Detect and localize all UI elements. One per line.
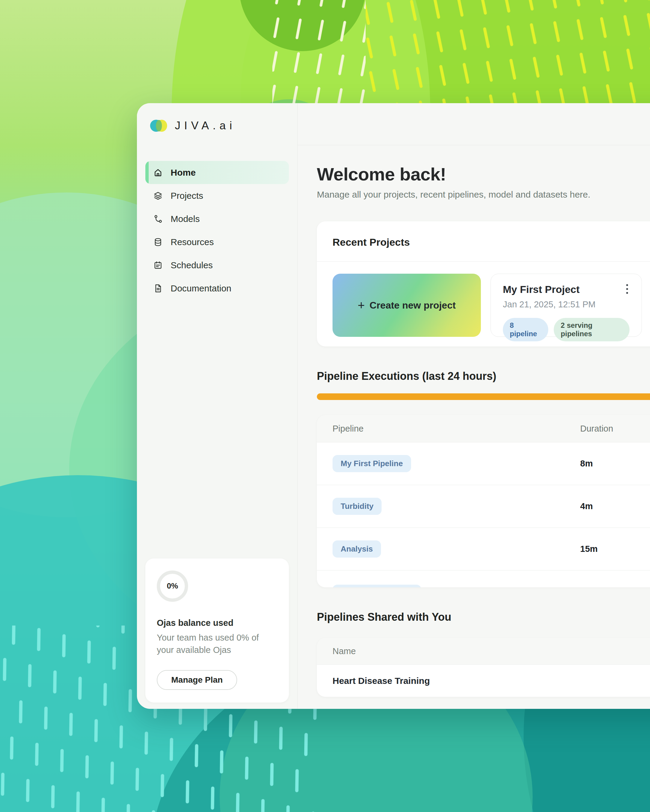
pipelines-shared-title: Pipelines Shared with You	[317, 611, 650, 623]
logo-icon	[150, 117, 168, 134]
home-icon	[153, 168, 163, 177]
create-new-project-label: Create new project	[370, 300, 456, 311]
logo[interactable]: JIVA.ai	[145, 116, 289, 135]
column-header-name: Name	[332, 646, 356, 656]
table-header-row: Name	[317, 638, 650, 664]
usage-percent: 0%	[167, 582, 178, 591]
sidebar-item-label: Models	[171, 214, 200, 224]
table-row: My First Pipeline 8m	[317, 442, 650, 485]
project-card[interactable]: My First Project Jan 21, 2025, 12:51 PM …	[491, 274, 642, 337]
manage-plan-button[interactable]: Manage Plan	[157, 670, 237, 690]
pipeline-executions-title: Pipeline Executions (last 24 hours)	[317, 370, 650, 383]
table-row-partial	[317, 570, 650, 588]
sidebar-item-projects[interactable]: Projects	[145, 184, 289, 207]
main-area: Welcome back! Manage all your projects, …	[298, 103, 650, 709]
pipelines-shared-table: Name Heart Disease Training	[317, 638, 650, 697]
table-row: Turbidity 4m	[317, 485, 650, 528]
recent-projects-title: Recent Projects	[317, 221, 650, 262]
pipeline-link-partial[interactable]	[332, 585, 421, 588]
logo-text: JIVA.ai	[175, 119, 236, 132]
orange-accent-bar	[317, 393, 650, 400]
table-row[interactable]: Heart Disease Training	[317, 664, 650, 697]
sidebar-item-models[interactable]: Models	[145, 207, 289, 230]
database-icon	[153, 237, 163, 247]
duration-value: 8m	[580, 459, 650, 469]
page-subtitle: Manage all your projects, recent pipelin…	[317, 189, 650, 200]
sidebar-item-label: Resources	[171, 237, 214, 247]
table-header-row: Pipeline Duration	[317, 415, 650, 442]
merge-icon	[153, 214, 163, 224]
usage-description: Your team has used 0% of your available …	[157, 632, 277, 656]
column-header-duration: Duration	[580, 424, 650, 433]
main-content: Welcome back! Manage all your projects, …	[298, 145, 650, 697]
page-title: Welcome back!	[317, 164, 650, 185]
sidebar-item-resources[interactable]: Resources	[145, 230, 289, 253]
recent-projects-card: Recent Projects + Create new project My …	[317, 221, 650, 346]
table-row: Analysis 15m	[317, 528, 650, 570]
column-header-pipeline: Pipeline	[332, 424, 580, 433]
sidebar: JIVA.ai Home Projects Models	[137, 103, 298, 709]
main-topbar	[298, 103, 650, 145]
sidebar-item-documentation[interactable]: Documentation	[145, 277, 289, 300]
project-date: Jan 21, 2025, 12:51 PM	[503, 299, 630, 310]
sidebar-item-home[interactable]: Home	[145, 161, 289, 184]
recent-projects-body: + Create new project My First Project Ja…	[317, 262, 650, 346]
plus-icon: +	[358, 299, 365, 312]
sidebar-nav: Home Projects Models Resources	[145, 161, 289, 300]
create-new-project-button[interactable]: + Create new project	[332, 274, 481, 337]
sidebar-item-label: Home	[171, 168, 196, 178]
pipeline-link[interactable]: My First Pipeline	[332, 455, 411, 472]
duration-value: 4m	[580, 501, 650, 511]
project-menu-button[interactable]	[621, 281, 634, 298]
project-badges: 8 pipeline 2 serving pipelines	[503, 318, 630, 341]
document-icon	[153, 284, 163, 293]
ojas-usage-card: 0% Ojas balance used Your team has used …	[145, 559, 289, 702]
serving-pipelines-badge: 2 serving pipelines	[554, 318, 630, 341]
pipeline-link[interactable]: Turbidity	[332, 498, 382, 515]
calendar-icon	[153, 261, 163, 270]
sidebar-item-label: Documentation	[171, 283, 231, 293]
layers-icon	[153, 191, 163, 201]
duration-value: 15m	[580, 544, 650, 554]
sidebar-item-schedules[interactable]: Schedules	[145, 253, 289, 277]
app-window: JIVA.ai Home Projects Models	[137, 103, 650, 709]
usage-title: Ojas balance used	[157, 618, 277, 628]
sidebar-item-label: Schedules	[171, 260, 213, 270]
pipeline-executions-table: Pipeline Duration My First Pipeline 8m T…	[317, 415, 650, 588]
shared-pipeline-name: Heart Disease Training	[332, 676, 430, 686]
sidebar-item-label: Projects	[171, 191, 203, 201]
pipeline-count-badge: 8 pipeline	[503, 318, 548, 341]
project-name: My First Project	[503, 284, 630, 295]
pipeline-link[interactable]: Analysis	[332, 540, 381, 557]
usage-ring: 0%	[157, 571, 188, 602]
